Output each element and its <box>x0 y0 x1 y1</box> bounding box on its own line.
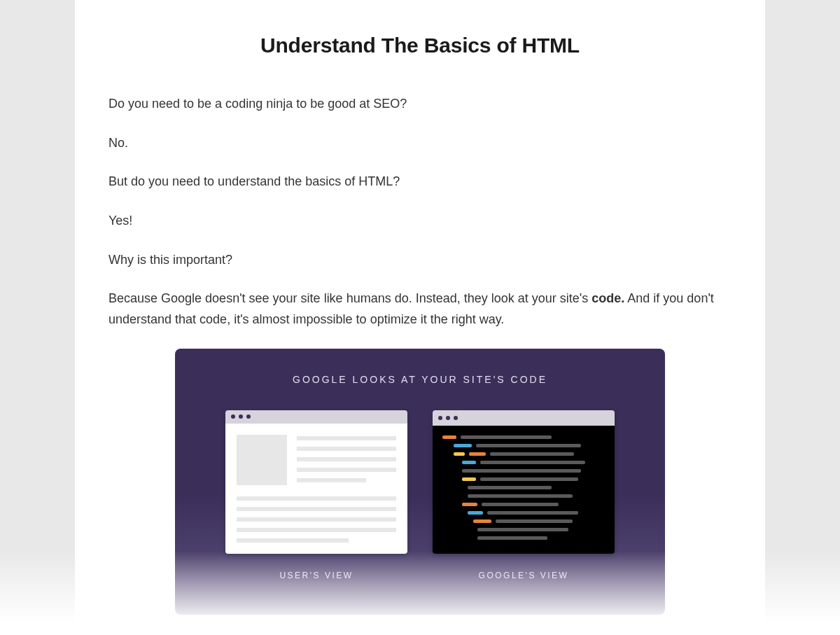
infographic-panels: USER'S VIEW <box>175 410 665 580</box>
code-body <box>433 426 615 554</box>
window-dot-icon <box>246 414 251 419</box>
code-browser-mock <box>433 410 615 554</box>
user-view-column: USER'S VIEW <box>225 410 407 580</box>
window-dot-icon <box>454 416 458 420</box>
paragraph: Because Google doesn't see your site lik… <box>108 288 732 330</box>
bold-text: code. <box>592 291 624 305</box>
window-dot-icon <box>446 416 450 420</box>
section-heading: Understand The Basics of HTML <box>108 34 732 57</box>
infographic-container: GOOGLE LOOKS AT YOUR SITE'S CODE <box>108 349 732 615</box>
paragraph: No. <box>108 133 732 154</box>
window-dot-icon <box>231 414 235 419</box>
user-browser-mock <box>225 410 407 554</box>
paragraph: But do you need to understand the basics… <box>108 172 732 193</box>
infographic: GOOGLE LOOKS AT YOUR SITE'S CODE <box>175 349 665 615</box>
window-dot-icon <box>239 414 243 419</box>
google-view-column: GOOGLE'S VIEW <box>433 410 615 580</box>
paragraph: Do you need to be a coding ninja to be g… <box>108 94 732 115</box>
google-view-label: GOOGLE'S VIEW <box>479 571 569 580</box>
paragraph-text: Because Google doesn't see your site lik… <box>108 291 592 305</box>
article-page: Understand The Basics of HTML Do you nee… <box>75 0 765 635</box>
user-view-label: USER'S VIEW <box>279 571 353 580</box>
user-body <box>225 424 407 554</box>
image-placeholder-icon <box>237 435 287 485</box>
browser-chrome <box>225 410 407 424</box>
browser-chrome <box>433 410 615 426</box>
infographic-title: GOOGLE LOOKS AT YOUR SITE'S CODE <box>175 374 665 385</box>
paragraph: Yes! <box>108 211 732 232</box>
paragraph: Why is this important? <box>108 250 732 271</box>
window-dot-icon <box>438 416 442 420</box>
